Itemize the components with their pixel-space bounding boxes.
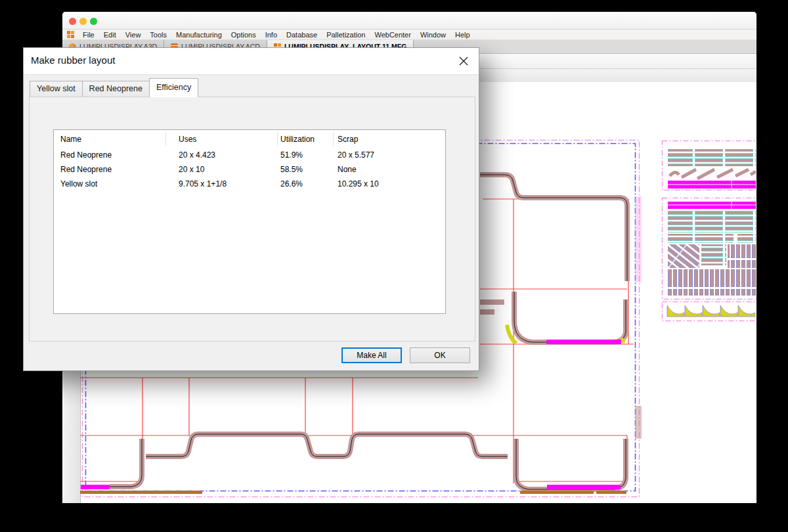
screenshot-stage: File Edit View Tools Manufacturing Optio… <box>0 0 788 532</box>
cell-name: Red Neoprene <box>54 165 165 174</box>
zoom-window-button[interactable] <box>90 18 97 25</box>
make-rubber-layout-dialog: Make rubber layout Yellow slot Red Neopr… <box>23 47 479 371</box>
dialog-button-row: Make All OK <box>341 347 470 363</box>
menu-view[interactable]: View <box>121 31 146 39</box>
tab-efficiency[interactable]: Efficiency <box>149 78 198 97</box>
cell-uses: 9.705 x 1+1/8 <box>165 179 277 188</box>
app-logo-icon <box>67 31 74 38</box>
column-header-scrap[interactable]: Scrap <box>333 135 431 144</box>
dialog-close-button[interactable] <box>456 54 471 68</box>
column-header-name[interactable]: Name <box>54 135 165 144</box>
menu-bar: File Edit View Tools Manufacturing Optio… <box>62 30 756 40</box>
cell-name: Yellow slot <box>54 179 165 188</box>
close-icon <box>459 56 468 66</box>
menu-options[interactable]: Options <box>227 31 261 39</box>
menu-manufacturing[interactable]: Manufacturing <box>171 31 227 39</box>
column-header-uses[interactable]: Uses <box>165 135 277 144</box>
cell-utilization: 58.5% <box>277 165 333 174</box>
cell-uses: 20 x 10 <box>165 165 277 174</box>
cell-scrap: 10.295 x 10 <box>333 179 431 188</box>
dialog-tab-strip: Yellow slot Red Neoprene Efficiency <box>30 79 198 97</box>
menu-window[interactable]: Window <box>416 31 450 39</box>
table-header-row: Name Uses Utilization Scrap <box>54 130 445 148</box>
menu-file[interactable]: File <box>78 31 99 39</box>
cell-name: Red Neoprene <box>54 150 165 160</box>
dialog-title: Make rubber layout <box>31 55 115 66</box>
cell-scrap: 20 x 5.577 <box>333 150 431 160</box>
menu-palletization[interactable]: Palletization <box>322 31 370 39</box>
menu-database[interactable]: Database <box>282 31 322 39</box>
table-row[interactable]: Red Neoprene 20 x 10 58.5% None <box>54 162 445 177</box>
dialog-titlebar[interactable]: Make rubber layout <box>24 48 479 75</box>
table-row[interactable]: Red Neoprene 20 x 4.423 51.9% 20 x 5.577 <box>54 148 445 162</box>
ok-button[interactable]: OK <box>410 347 470 363</box>
menu-help[interactable]: Help <box>450 31 475 39</box>
cell-utilization: 51.9% <box>277 150 333 160</box>
close-window-button[interactable] <box>69 18 76 25</box>
menu-webcenter[interactable]: WebCenter <box>370 31 415 39</box>
cell-uses: 20 x 4.423 <box>165 150 277 160</box>
table-row[interactable]: Yellow slot 9.705 x 1+1/8 26.6% 10.295 x… <box>54 177 445 191</box>
column-header-utilization[interactable]: Utilization <box>277 135 333 144</box>
menu-info[interactable]: Info <box>261 31 282 39</box>
window-titlebar[interactable] <box>62 12 756 30</box>
cell-utilization: 26.6% <box>277 179 333 188</box>
menu-edit[interactable]: Edit <box>99 31 121 39</box>
tab-yellow-slot[interactable]: Yellow slot <box>30 81 83 97</box>
efficiency-table[interactable]: Name Uses Utilization Scrap Red Neoprene… <box>53 129 446 314</box>
cell-scrap: None <box>333 165 431 174</box>
make-all-button[interactable]: Make All <box>341 347 402 363</box>
menu-tools[interactable]: Tools <box>145 31 171 39</box>
tab-red-neoprene[interactable]: Red Neoprene <box>83 81 150 97</box>
minimize-window-button[interactable] <box>79 18 87 25</box>
